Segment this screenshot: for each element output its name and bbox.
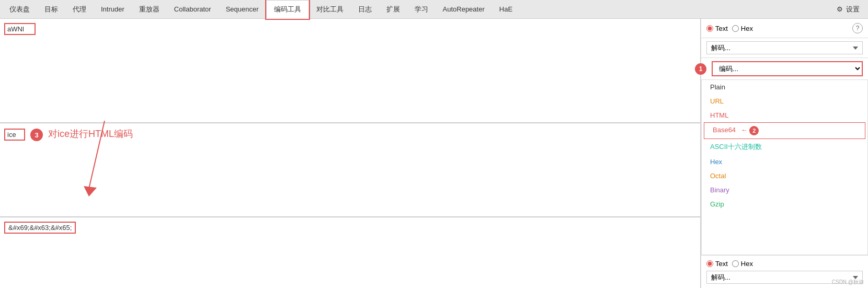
nav-item-intruder[interactable]: Intruder	[94, 0, 132, 19]
bottom-hex-radio-label[interactable]: Hex	[732, 260, 753, 268]
menu-item-hex[interactable]: Hex	[702, 155, 867, 169]
bottom-text-radio-label[interactable]: Text	[706, 260, 728, 268]
nav-item-comparer[interactable]: 对比工具	[309, 0, 351, 19]
hex-radio-label[interactable]: Hex	[732, 25, 753, 32]
nav-item-sequencer[interactable]: Sequencer	[219, 0, 266, 19]
hex-radio[interactable]	[732, 25, 739, 32]
text-radio-text: Text	[715, 25, 728, 32]
nav-item-logger[interactable]: 日志	[351, 0, 379, 19]
navbar: 仪表盘 目标 代理 Intruder 重放器 Collaborator Sequ…	[0, 0, 868, 19]
bottom-hex-radio[interactable]	[732, 260, 739, 267]
output-area: &#x69;&#x63;&#x65;	[0, 217, 700, 288]
encode-dropdown[interactable]: 编码...	[712, 61, 863, 76]
encode-row: 1 编码...	[701, 58, 868, 80]
bottom-format-selector: Text Hex 解码... CSDN @秋弥	[701, 255, 868, 288]
hex-radio-text: Hex	[741, 25, 753, 32]
nav-item-encoder[interactable]: 编码工具	[266, 0, 309, 19]
nav-item-proxy[interactable]: 代理	[65, 0, 94, 19]
menu-item-octal[interactable]: Octal	[702, 169, 867, 183]
text-radio-label[interactable]: Text	[706, 25, 728, 32]
nav-item-target[interactable]: 目标	[37, 0, 65, 19]
input-area-top: aWNl	[0, 19, 700, 123]
nav-item-dashboard[interactable]: 仪表盘	[2, 0, 37, 19]
settings-label: 设置	[846, 5, 860, 14]
text-radio[interactable]	[706, 25, 713, 32]
nav-item-learn[interactable]: 学习	[407, 0, 436, 19]
menu-item-base64[interactable]: Base64 ← 2	[704, 122, 865, 139]
dropdown-list: Plain URL HTML Base64 ← 2 ASCII十六进制数 Hex…	[701, 80, 868, 255]
menu-item-html[interactable]: HTML	[702, 108, 867, 122]
decode-row: 解码...	[701, 38, 868, 58]
top-radio-group: Text Hex	[706, 25, 753, 32]
decode-dropdown[interactable]: 解码...	[706, 41, 863, 54]
nav-item-autorepeater[interactable]: AutoRepeater	[436, 0, 492, 19]
bottom-text-radio-text: Text	[715, 260, 728, 268]
step-3-badge: 3	[30, 129, 43, 141]
main-content: aWNl ice 3 对ice进行HTML编码 &#x69;&#x63;&#x6…	[0, 19, 868, 288]
left-panel: aWNl ice 3 对ice进行HTML编码 &#x69;&#x63;&#x6…	[0, 19, 701, 288]
svg-marker-1	[84, 186, 97, 197]
nav-item-collaborator[interactable]: Collaborator	[167, 0, 219, 19]
output-text-box[interactable]: &#x69;&#x63;&#x65;	[4, 222, 76, 234]
menu-item-ascii-hex[interactable]: ASCII十六进制数	[702, 139, 867, 155]
menu-item-url[interactable]: URL	[702, 94, 867, 108]
nav-item-hae[interactable]: HaE	[492, 0, 520, 19]
middle-section: ice 3 对ice进行HTML编码	[0, 123, 700, 217]
help-button[interactable]: ?	[852, 23, 863, 33]
menu-item-gzip[interactable]: Gzip	[702, 197, 867, 211]
bottom-radio-group: Text Hex	[706, 260, 863, 268]
gear-icon: ⚙	[837, 5, 843, 13]
top-input-box[interactable]: aWNl	[4, 23, 36, 35]
menu-item-binary[interactable]: Binary	[702, 183, 867, 197]
menu-item-plain[interactable]: Plain	[702, 80, 867, 94]
bottom-text-radio[interactable]	[706, 260, 713, 267]
settings-button[interactable]: ⚙ 设置	[830, 5, 866, 14]
encode-badge-1: 1	[695, 63, 706, 75]
encode-select-wrapper: 编码...	[712, 61, 863, 76]
watermark: CSDN @秋弥	[832, 279, 864, 286]
right-panel: Text Hex ? 解码... 1 编码...	[701, 19, 868, 288]
annotation-text: 对ice进行HTML编码	[48, 128, 133, 140]
nav-item-repeater[interactable]: 重放器	[132, 0, 167, 19]
nav-item-extensions[interactable]: 扩展	[379, 0, 407, 19]
bottom-hex-radio-text: Hex	[741, 260, 753, 268]
ice-text-box[interactable]: ice	[4, 129, 25, 141]
arrow-badge-2: ← 2	[741, 126, 759, 135]
top-format-selector: Text Hex ?	[701, 19, 868, 38]
